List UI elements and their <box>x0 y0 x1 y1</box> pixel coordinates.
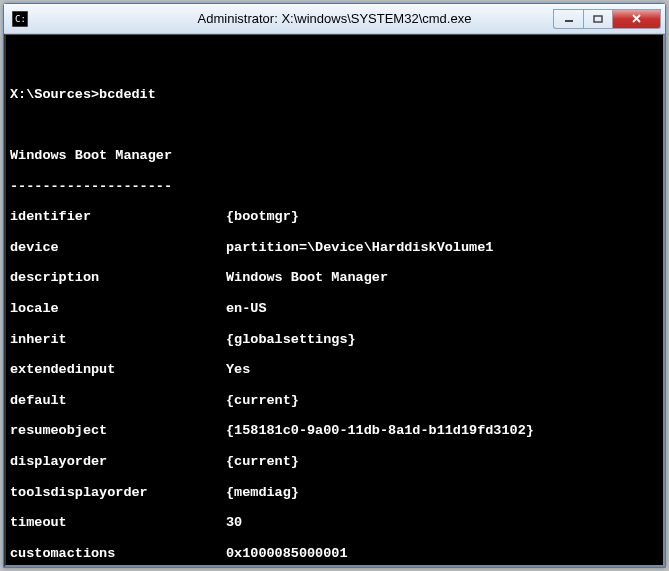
svg-rect-2 <box>565 20 573 22</box>
section-divider: -------------------- <box>10 179 659 194</box>
kv-row: devicepartition=\Device\HarddiskVolume1 <box>10 240 659 255</box>
blank-line <box>10 56 659 71</box>
terminal-output[interactable]: X:\Sources>bcdedit Windows Boot Manager … <box>4 34 665 567</box>
kv-val: {current} <box>226 393 299 408</box>
blank-line <box>10 117 659 132</box>
prompt-line: X:\Sources>bcdedit <box>10 87 659 102</box>
section-title-boot-manager: Windows Boot Manager <box>10 148 659 163</box>
cmd-icon: C: <box>12 11 28 27</box>
kv-key: identifier <box>10 209 226 224</box>
window-controls <box>553 9 661 29</box>
kv-key: resumeobject <box>10 423 226 438</box>
kv-key: extendedinput <box>10 362 226 377</box>
kv-row: extendedinputYes <box>10 362 659 377</box>
kv-row: default{current} <box>10 393 659 408</box>
kv-key: description <box>10 270 226 285</box>
kv-row: identifier{bootmgr} <box>10 209 659 224</box>
close-button[interactable] <box>613 9 661 29</box>
kv-val: Windows Boot Manager <box>226 270 388 285</box>
kv-val: {globalsettings} <box>226 332 356 347</box>
kv-val: {158181c0-9a00-11db-8a1d-b11d19fd3102} <box>226 423 534 438</box>
maximize-button[interactable] <box>583 9 613 29</box>
kv-row: toolsdisplayorder{memdiag} <box>10 485 659 500</box>
kv-row: inherit{globalsettings} <box>10 332 659 347</box>
kv-key: locale <box>10 301 226 316</box>
kv-val: {bootmgr} <box>226 209 299 224</box>
kv-row: displayorder{current} <box>10 454 659 469</box>
kv-key: timeout <box>10 515 226 530</box>
kv-row: timeout30 <box>10 515 659 530</box>
kv-key: device <box>10 240 226 255</box>
kv-row: descriptionWindows Boot Manager <box>10 270 659 285</box>
kv-key: default <box>10 393 226 408</box>
kv-key: toolsdisplayorder <box>10 485 226 500</box>
kv-key: displayorder <box>10 454 226 469</box>
svg-text:C:: C: <box>15 14 26 24</box>
minimize-button[interactable] <box>553 9 583 29</box>
cmd-window: C: Administrator: X:\windows\SYSTEM32\cm… <box>3 3 666 568</box>
kv-val: {current} <box>226 454 299 469</box>
kv-val: en-US <box>226 301 267 316</box>
kv-val: partition=\Device\HarddiskVolume1 <box>226 240 493 255</box>
kv-key: inherit <box>10 332 226 347</box>
svg-rect-3 <box>594 16 602 22</box>
kv-val: 30 <box>226 515 242 530</box>
titlebar[interactable]: C: Administrator: X:\windows\SYSTEM32\cm… <box>4 4 665 34</box>
kv-row: customactions0x1000085000001 <box>10 546 659 561</box>
kv-val: 0x1000085000001 <box>226 546 348 561</box>
kv-key: customactions <box>10 546 226 561</box>
kv-row: localeen-US <box>10 301 659 316</box>
kv-val: {memdiag} <box>226 485 299 500</box>
kv-val: Yes <box>226 362 250 377</box>
kv-row: resumeobject{158181c0-9a00-11db-8a1d-b11… <box>10 423 659 438</box>
